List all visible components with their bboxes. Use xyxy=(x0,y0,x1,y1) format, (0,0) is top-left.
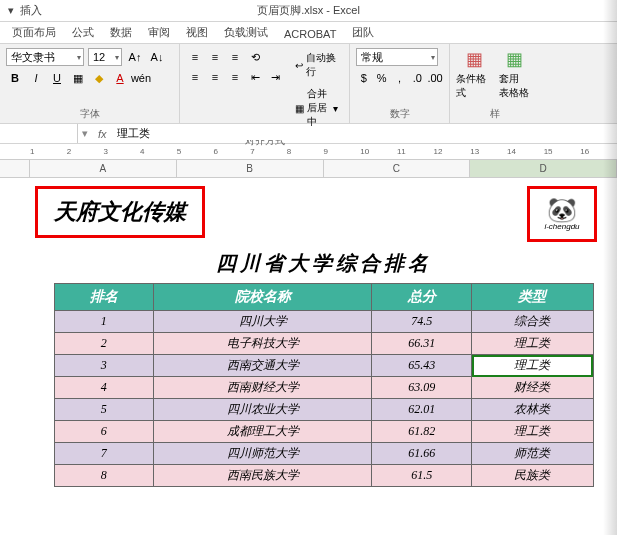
orientation-icon[interactable]: ⟲ xyxy=(246,48,264,66)
worksheet-area[interactable]: 天府文化传媒 🐼 i-chengdu 四川省大学综合排名 排名 院校名称 总分 … xyxy=(0,178,617,487)
table-row[interactable]: 4西南财经大学63.09财经类 xyxy=(54,377,593,399)
decrease-font-icon[interactable]: A↓ xyxy=(148,48,166,66)
cell-name[interactable]: 电子科技大学 xyxy=(154,333,372,355)
cell-rank[interactable]: 4 xyxy=(54,377,154,399)
th-type[interactable]: 类型 xyxy=(472,284,593,311)
cell-rank[interactable]: 5 xyxy=(54,399,154,421)
th-score[interactable]: 总分 xyxy=(372,284,472,311)
cell-score[interactable]: 61.66 xyxy=(372,443,472,465)
align-center-icon[interactable]: ≡ xyxy=(206,68,224,86)
cell-type[interactable]: 财经类 xyxy=(472,377,593,399)
formula-input[interactable] xyxy=(113,128,617,140)
cell-score[interactable]: 74.5 xyxy=(372,311,472,333)
cell-score[interactable]: 61.82 xyxy=(372,421,472,443)
wrap-icon: ↩ xyxy=(295,60,303,71)
cell-score[interactable]: 62.01 xyxy=(372,399,472,421)
namebox-dropdown-icon[interactable]: ▾ xyxy=(78,127,92,140)
cell-rank[interactable]: 1 xyxy=(54,311,154,333)
col-header-a[interactable]: A xyxy=(30,160,177,177)
table-row[interactable]: 2电子科技大学66.31理工类 xyxy=(54,333,593,355)
italic-button[interactable]: I xyxy=(27,69,45,87)
decrease-decimal-icon[interactable]: .00 xyxy=(427,69,443,87)
bold-button[interactable]: B xyxy=(6,69,24,87)
underline-button[interactable]: U xyxy=(48,69,66,87)
indent-inc-icon[interactable]: ⇥ xyxy=(266,68,284,86)
currency-icon[interactable]: $ xyxy=(356,69,372,87)
cell-score[interactable]: 61.5 xyxy=(372,465,472,487)
qat-insert[interactable]: 插入 xyxy=(20,3,42,18)
indent-dec-icon[interactable]: ⇤ xyxy=(246,68,264,86)
tab-team[interactable]: 团队 xyxy=(350,22,376,43)
conditional-format-button[interactable]: ▦ 条件格式 xyxy=(456,48,492,100)
sheet-title: 四川省大学综合排名 xyxy=(30,250,617,277)
increase-font-icon[interactable]: A↑ xyxy=(126,48,144,66)
table-format-icon: ▦ xyxy=(506,48,523,70)
select-all-corner[interactable] xyxy=(0,160,30,177)
tab-data[interactable]: 数据 xyxy=(108,22,134,43)
cell-name[interactable]: 西南交通大学 xyxy=(154,355,372,377)
cell-rank[interactable]: 3 xyxy=(54,355,154,377)
wrap-text-button[interactable]: ↩自动换行 xyxy=(290,48,343,82)
cell-rank[interactable]: 6 xyxy=(54,421,154,443)
cell-name[interactable]: 成都理工大学 xyxy=(154,421,372,443)
align-bottom-icon[interactable]: ≡ xyxy=(226,48,244,66)
cell-name[interactable]: 西南财经大学 xyxy=(154,377,372,399)
font-size-combo[interactable]: 12 xyxy=(88,48,122,66)
cell-type[interactable]: 理工类 xyxy=(472,421,593,443)
cell-type[interactable]: 理工类 xyxy=(472,355,593,377)
table-row[interactable]: 7四川师范大学61.66师范类 xyxy=(54,443,593,465)
window-title: 页眉页脚.xlsx - Excel xyxy=(257,3,360,18)
font-name-combo[interactable]: 华文隶书 xyxy=(6,48,84,66)
cell-score[interactable]: 63.09 xyxy=(372,377,472,399)
table-row[interactable]: 8西南民族大学61.5民族类 xyxy=(54,465,593,487)
phonetic-button[interactable]: wén xyxy=(132,69,150,87)
table-row[interactable]: 1四川大学74.5综合类 xyxy=(54,311,593,333)
table-row[interactable]: 3西南交通大学65.43理工类 xyxy=(54,355,593,377)
cell-rank[interactable]: 8 xyxy=(54,465,154,487)
cell-name[interactable]: 西南民族大学 xyxy=(154,465,372,487)
cell-type[interactable]: 农林类 xyxy=(472,399,593,421)
align-left-icon[interactable]: ≡ xyxy=(186,68,204,86)
cell-score[interactable]: 65.43 xyxy=(372,355,472,377)
fill-color-button[interactable]: ◆ xyxy=(90,69,108,87)
number-format-combo[interactable]: 常规 xyxy=(356,48,438,66)
cell-type[interactable]: 理工类 xyxy=(472,333,593,355)
cond-format-icon: ▦ xyxy=(466,48,483,70)
col-header-c[interactable]: C xyxy=(324,160,471,177)
align-right-icon[interactable]: ≡ xyxy=(226,68,244,86)
cell-type[interactable]: 综合类 xyxy=(472,311,593,333)
panda-icon: 🐼 xyxy=(547,198,577,222)
cell-score[interactable]: 66.31 xyxy=(372,333,472,355)
tab-view[interactable]: 视图 xyxy=(184,22,210,43)
tab-layout[interactable]: 页面布局 xyxy=(10,22,58,43)
th-rank[interactable]: 排名 xyxy=(54,284,154,311)
format-as-table-button[interactable]: ▦ 套用 表格格 xyxy=(496,48,532,100)
name-box[interactable] xyxy=(0,124,78,143)
tab-loadtest[interactable]: 负载测试 xyxy=(222,22,270,43)
col-header-b[interactable]: B xyxy=(177,160,324,177)
align-middle-icon[interactable]: ≡ xyxy=(206,48,224,66)
comma-icon[interactable]: , xyxy=(392,69,408,87)
col-header-d[interactable]: D xyxy=(470,160,617,177)
cell-type[interactable]: 师范类 xyxy=(472,443,593,465)
increase-decimal-icon[interactable]: .0 xyxy=(409,69,425,87)
cell-name[interactable]: 四川大学 xyxy=(154,311,372,333)
cell-rank[interactable]: 2 xyxy=(54,333,154,355)
cell-name[interactable]: 四川农业大学 xyxy=(154,399,372,421)
cell-type[interactable]: 民族类 xyxy=(472,465,593,487)
table-row[interactable]: 5四川农业大学62.01农林类 xyxy=(54,399,593,421)
th-name[interactable]: 院校名称 xyxy=(154,284,372,311)
table-row[interactable]: 6成都理工大学61.82理工类 xyxy=(54,421,593,443)
tab-review[interactable]: 审阅 xyxy=(146,22,172,43)
merge-center-button[interactable]: ▦合并后居中▾ xyxy=(290,84,343,132)
align-top-icon[interactable]: ≡ xyxy=(186,48,204,66)
cell-name[interactable]: 四川师范大学 xyxy=(154,443,372,465)
fx-icon[interactable]: fx xyxy=(92,128,113,140)
tab-formulas[interactable]: 公式 xyxy=(70,22,96,43)
border-button[interactable]: ▦ xyxy=(69,69,87,87)
font-color-button[interactable]: A xyxy=(111,69,129,87)
tab-acrobat[interactable]: ACROBAT xyxy=(282,25,338,43)
cell-rank[interactable]: 7 xyxy=(54,443,154,465)
percent-icon[interactable]: % xyxy=(374,69,390,87)
qat-dropdown-icon[interactable]: ▾ xyxy=(8,4,14,17)
